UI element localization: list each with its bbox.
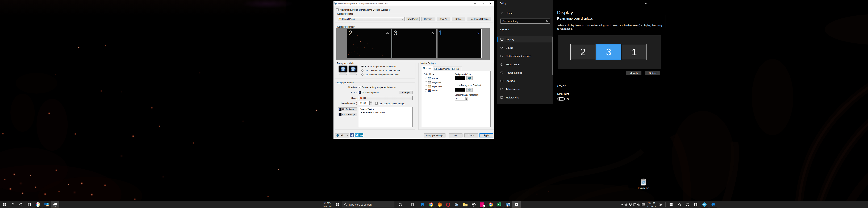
svg-text:?: ? bbox=[337, 135, 338, 136]
svg-text:X: X bbox=[498, 204, 499, 206]
svg-text:O: O bbox=[45, 203, 46, 205]
